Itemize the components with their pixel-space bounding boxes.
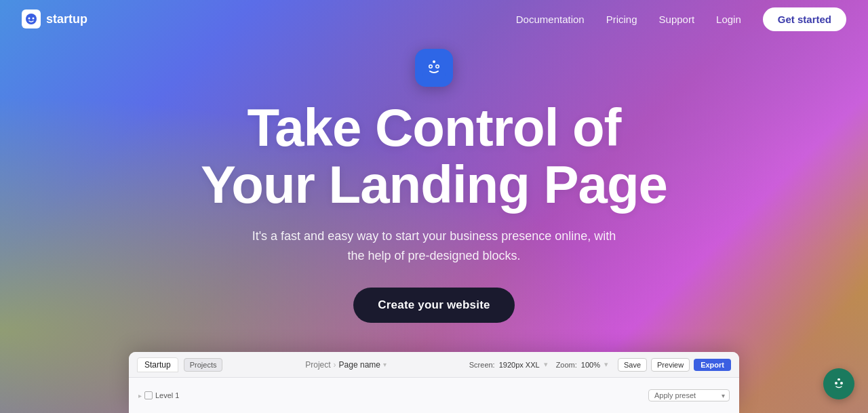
svg-point-11 bbox=[840, 382, 843, 385]
nav-documentation[interactable]: Documentation bbox=[516, 14, 585, 25]
nav-support[interactable]: Support bbox=[659, 14, 695, 25]
hero-title-line2: Your Landing Page bbox=[201, 155, 667, 214]
breadcrumb-page: Page name bbox=[339, 360, 380, 370]
svg-point-2 bbox=[33, 18, 35, 20]
preset-chevron: ▾ bbox=[722, 392, 725, 399]
nav-get-started-button[interactable]: Get started bbox=[763, 7, 846, 31]
svg-point-0 bbox=[26, 14, 37, 24]
editor-level-label: Level 1 bbox=[155, 391, 179, 399]
hero-content: Take Control of Your Landing Page It's a… bbox=[201, 49, 667, 323]
editor-body: ▸ Level 1 Apply preset ▾ bbox=[129, 378, 739, 413]
svg-rect-8 bbox=[433, 60, 435, 63]
editor-toolbar-right: Screen: 1920px XXL ▾ Zoom: 100% ▾ Save P… bbox=[469, 358, 731, 372]
editor-level: ▸ Level 1 bbox=[138, 391, 179, 399]
svg-point-7 bbox=[437, 66, 439, 68]
editor-preset-bar: Apply preset ▾ bbox=[186, 389, 730, 401]
editor-level-checkbox[interactable] bbox=[144, 391, 153, 399]
editor-preset-label: Apply preset bbox=[654, 391, 696, 399]
svg-point-10 bbox=[835, 382, 837, 385]
editor-tab-projects[interactable]: Projects bbox=[184, 358, 223, 372]
editor-tab-startup[interactable]: Startup bbox=[137, 357, 178, 372]
svg-rect-3 bbox=[422, 56, 446, 80]
breadcrumb-sep: › bbox=[334, 360, 336, 370]
logo-icon bbox=[22, 9, 41, 28]
editor-export-button[interactable]: Export bbox=[694, 359, 731, 371]
editor-preview-button[interactable]: Preview bbox=[651, 358, 690, 372]
screen-chevron: ▾ bbox=[544, 360, 548, 369]
svg-point-6 bbox=[430, 66, 432, 68]
svg-point-1 bbox=[28, 18, 31, 20]
hero-subtitle: It's a fast and easy way to start your b… bbox=[251, 227, 617, 266]
screen-label: Screen: bbox=[469, 361, 495, 369]
zoom-value: 100% bbox=[581, 361, 600, 369]
hero-title-line1: Take Control of bbox=[247, 98, 620, 157]
editor-breadcrumb: Project › Page name ▾ bbox=[228, 360, 463, 370]
editor-preview: Startup Projects Project › Page name ▾ S… bbox=[129, 352, 739, 413]
breadcrumb-project: Project bbox=[305, 360, 330, 370]
breadcrumb-page-chevron: ▾ bbox=[383, 361, 387, 368]
zoom-chevron: ▾ bbox=[604, 360, 608, 369]
hero-create-website-button[interactable]: Create your website bbox=[353, 288, 514, 323]
screen-value: 1920px XXL bbox=[499, 361, 540, 369]
logo[interactable]: startup bbox=[22, 9, 87, 28]
editor-save-button[interactable]: Save bbox=[618, 358, 647, 372]
hero-section: startup Documentation Pricing Support Lo… bbox=[0, 0, 868, 413]
logo-text: startup bbox=[46, 12, 87, 26]
navbar: startup Documentation Pricing Support Lo… bbox=[0, 0, 868, 38]
hero-title: Take Control of Your Landing Page bbox=[201, 99, 667, 213]
nav-links: Documentation Pricing Support Login Get … bbox=[516, 7, 846, 31]
editor-toolbar: Startup Projects Project › Page name ▾ S… bbox=[129, 352, 739, 378]
nav-login[interactable]: Login bbox=[716, 14, 741, 25]
fab-button[interactable] bbox=[823, 368, 854, 399]
hero-robot-icon bbox=[415, 49, 453, 87]
zoom-label: Zoom: bbox=[556, 361, 577, 369]
nav-pricing[interactable]: Pricing bbox=[606, 14, 637, 25]
editor-preset-select[interactable]: Apply preset ▾ bbox=[648, 389, 730, 401]
svg-rect-12 bbox=[837, 378, 840, 380]
